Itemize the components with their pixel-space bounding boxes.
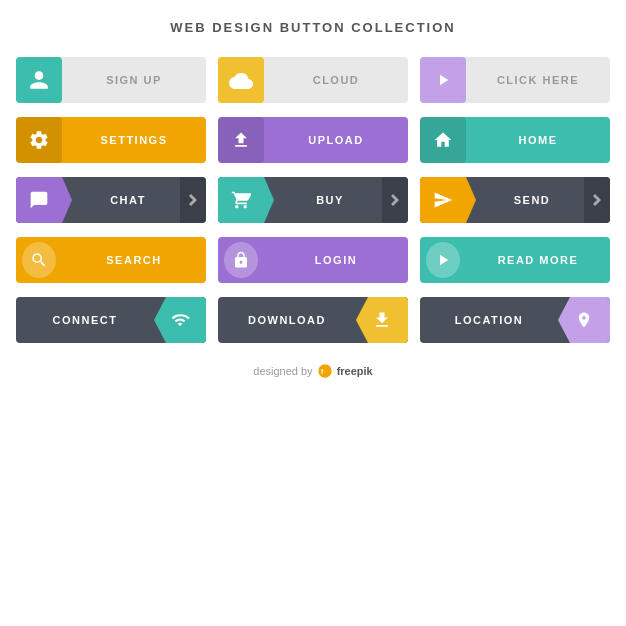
- click-here-button[interactable]: CLICK HERE: [420, 57, 610, 103]
- upload-button[interactable]: UPLOAD: [218, 117, 408, 163]
- chat-label: CHAT: [62, 194, 180, 206]
- sign-up-button[interactable]: SIGN UP: [16, 57, 206, 103]
- send-label: SEND: [466, 194, 584, 206]
- footer: designed by f freepik: [253, 363, 372, 379]
- freepik-logo-icon: f: [317, 363, 333, 379]
- cloud-icon: [218, 57, 264, 103]
- page-title: WEB DESIGN BUTTON COLLECTION: [170, 20, 455, 35]
- search-icon: [22, 242, 56, 278]
- search-label: SEARCH: [62, 254, 206, 266]
- location-label: LOCATION: [420, 314, 558, 326]
- send-button[interactable]: SEND: [420, 177, 610, 223]
- chevron-icon: [426, 242, 460, 278]
- connect-label: CONNECT: [16, 314, 154, 326]
- chat-button[interactable]: CHAT: [16, 177, 206, 223]
- click-here-label: CLICK HERE: [466, 74, 610, 86]
- lock-icon: [224, 242, 258, 278]
- home-icon: [420, 117, 466, 163]
- location-icon: [558, 297, 610, 343]
- search-button[interactable]: SEARCH: [16, 237, 206, 283]
- chat-arrow-icon: [180, 177, 206, 223]
- read-more-label: READ MORE: [466, 254, 610, 266]
- home-label: HOME: [466, 134, 610, 146]
- cart-icon: [218, 177, 264, 223]
- read-more-button[interactable]: READ MORE: [420, 237, 610, 283]
- connect-button[interactable]: CONNECT: [16, 297, 206, 343]
- cloud-label: CLOUD: [264, 74, 408, 86]
- send-arrow-icon: [584, 177, 610, 223]
- download-icon: [356, 297, 408, 343]
- button-grid: SIGN UP CLOUD CLICK HERE SETTINGS: [16, 57, 610, 343]
- sign-up-label: SIGN UP: [62, 74, 206, 86]
- upload-icon: [218, 117, 264, 163]
- send-icon: [420, 177, 466, 223]
- chat-icon: [16, 177, 62, 223]
- settings-label: SETTINGS: [62, 134, 206, 146]
- login-button[interactable]: LOGIN: [218, 237, 408, 283]
- login-label: LOGIN: [264, 254, 408, 266]
- svg-point-0: [318, 364, 331, 377]
- settings-icon: [16, 117, 62, 163]
- buy-button[interactable]: BUY: [218, 177, 408, 223]
- download-button[interactable]: DOWNLOAD: [218, 297, 408, 343]
- home-button[interactable]: HOME: [420, 117, 610, 163]
- play-icon: [420, 57, 466, 103]
- location-button[interactable]: LOCATION: [420, 297, 610, 343]
- buy-label: BUY: [264, 194, 382, 206]
- footer-text: designed by: [253, 365, 312, 377]
- page-wrapper: WEB DESIGN BUTTON COLLECTION SIGN UP CLO…: [0, 0, 626, 626]
- wifi-icon: [154, 297, 206, 343]
- upload-label: UPLOAD: [264, 134, 408, 146]
- user-icon: [16, 57, 62, 103]
- settings-button[interactable]: SETTINGS: [16, 117, 206, 163]
- cloud-button[interactable]: CLOUD: [218, 57, 408, 103]
- buy-arrow-icon: [382, 177, 408, 223]
- footer-brand: freepik: [337, 365, 373, 377]
- download-label: DOWNLOAD: [218, 314, 356, 326]
